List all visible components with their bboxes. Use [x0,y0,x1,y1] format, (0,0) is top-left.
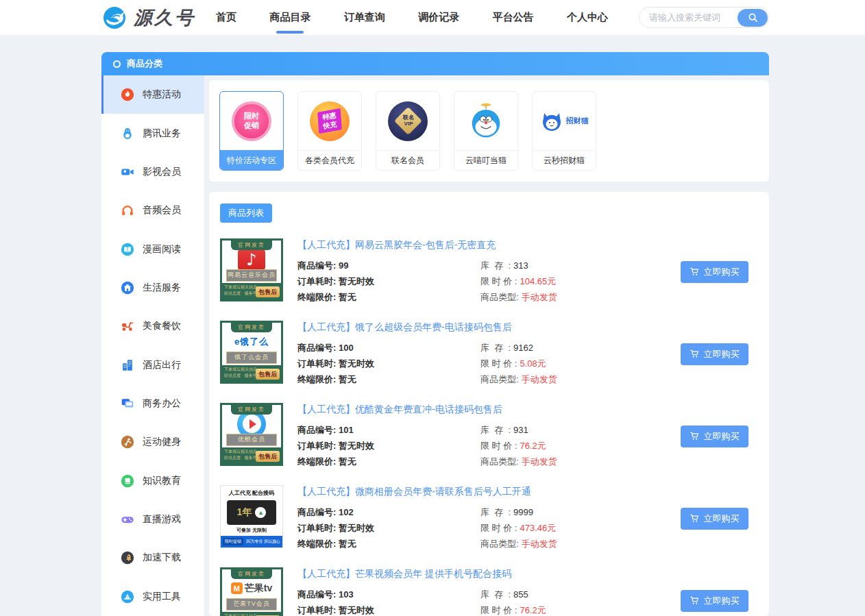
product-image[interactable]: 官网发卖e饿了么饿了么会员下单填写相关信息职业态度 · 服务平台包售后 [220,321,283,384]
buy-now-button[interactable]: 立即购买 [681,343,748,365]
sidebar-item[interactable]: 知识教育 [101,462,204,500]
sidebar-item[interactable]: 商务办公 [101,384,204,423]
nav-item-label: 平台公告 [493,11,534,23]
field-label: 订单耗时: [297,275,336,288]
sidebar-item-label: 酒店出行 [143,359,181,371]
cart-icon [690,267,700,277]
sidebar-item[interactable]: 运动健身 [101,423,204,461]
sidebar-item[interactable]: 美食餐饮 [101,307,204,345]
vip-diamond-icon: 联名VIP [388,101,428,141]
product-stock: 9999 [513,507,533,517]
product-code: 101 [339,425,354,435]
sidebar-item[interactable]: 生活服务 [101,269,204,307]
field-label: 商品类型: [480,291,519,304]
field-label: 终端限价: [297,291,336,304]
product-row: 官网发卖♪网易云音乐会员下单填写相关信息职业态度 · 服务平台包售后 【人工代充… [220,238,758,305]
product-art-frame: 官网发卖优酷会员下单填写相关信息职业态度 · 服务平台包售后 [220,403,283,466]
product-title-link[interactable]: 【人工代充】芒果视频会员年 提供手机号配合接码 [297,568,670,580]
nav-item[interactable]: 平台公告 [490,5,537,29]
monitor-icon [120,396,135,411]
sidebar-item[interactable]: 腾讯业务 [101,114,204,152]
nav-item[interactable]: 订单查询 [341,5,388,29]
product-art-frame: 官网发卖M芒果tv芒果TV会员下单填写相关信息职业态度 · 服务平台包售后 [220,567,283,616]
sidebar-item[interactable]: 直播游戏 [101,500,204,539]
sidebar-item-label: 漫画阅读 [143,243,181,256]
category-card[interactable]: 限时促销 特价活动专区 [219,91,284,171]
product-row: 官网发卖e饿了么饿了么会员下单填写相关信息职业态度 · 服务平台包售后 【人工代… [220,321,758,387]
category-card[interactable]: 云喵叮当猫 [454,91,518,171]
category-card[interactable]: 联名VIP 联名会员 [376,91,440,171]
sidebar: 特惠活动 腾讯业务 影视会员 音频会员 漫画阅读 生活服务 美食餐饮 酒店出行 … [101,75,204,616]
nav-item-label: 个人中心 [567,11,608,23]
product-stock: 9162 [513,343,533,353]
book-icon [120,473,135,489]
brand-logo[interactable]: 源久号 [101,4,195,32]
product-title-link[interactable]: 【人工代充】微商相册会员年费-请联系售后号人工开通 [297,486,670,498]
nav-item-label: 首页 [216,11,236,23]
product-fields-left: 商品编号: 103 订单耗时: 暂无时效 终端限价: 暂无 [297,587,480,616]
product-stock: 931 [513,425,528,435]
product-fields-right: 库 存 :855 限 时 价 :76.2元 商品类型:手动发货 [480,587,557,616]
cart-icon [690,431,700,441]
product-image[interactable]: 官网发卖优酷会员下单填写相关信息职业态度 · 服务平台包售后 [220,403,283,466]
sidebar-item[interactable]: 音频会员 [101,191,204,230]
field-label: 订单耗时: [297,604,336,616]
search-icon [748,12,758,23]
product-art-name: 网易云音乐会员 [226,269,277,282]
field-label: 商品类型: [480,538,519,550]
category-card[interactable]: 特惠快充 各类会员代充 [297,91,362,171]
buy-now-button[interactable]: 立即购买 [681,426,748,447]
product-price: 473.46元 [520,522,556,534]
product-limit: 暂无 [339,538,356,550]
field-label: 库 存 : [480,589,511,601]
product-art-note: 可叠加 无限制 [236,527,267,534]
sidebar-item[interactable]: 影视会员 [101,153,204,191]
buy-now-button[interactable]: 立即购买 [681,261,748,283]
product-title-link[interactable]: 【人工代充】饿了么超级会员年费-电话接码包售后 [297,321,670,334]
sidebar-item[interactable]: 漫画阅读 [101,230,204,268]
buy-now-label: 立即购买 [704,513,740,525]
product-image[interactable]: 人工代充 配合接码1年▲可叠加 无限制限时促销因为专业 所以放心 [220,485,283,548]
field-label: 商品类型: [480,373,519,386]
product-art-frame: 官网发卖♪网易云音乐会员下单填写相关信息职业态度 · 服务平台包售后 [220,238,283,301]
nav-item[interactable]: 个人中心 [564,5,611,29]
product-image[interactable]: 官网发卖♪网易云音乐会员下单填写相关信息职业态度 · 服务平台包售后 [220,238,283,301]
nav-item[interactable]: 调价记录 [415,5,462,29]
after-sale-badge: 包售后 [256,369,280,380]
product-title-link[interactable]: 【人工代充】优酷黄金年费直冲-电话接码包售后 [297,404,670,416]
product-art-name: 优酷会员 [226,434,277,446]
product-body: 【人工代充】优酷黄金年费直冲-电话接码包售后 商品编号: 101 订单耗时: 暂… [297,403,670,469]
runner-icon [120,434,135,449]
buy-now-button[interactable]: 立即购买 [681,590,748,612]
product-image[interactable]: 官网发卖M芒果tv芒果TV会员下单填写相关信息职业态度 · 服务平台包售后 [220,567,283,616]
product-art-footer: 下单填写相关信息职业态度 · 服务平台包售后 [222,365,281,382]
category-art: 联名VIP [376,92,439,150]
category-card[interactable]: 招财猫 云秒招财猫 [532,91,596,171]
product-art-name: 芒果TV会员 [226,598,277,611]
openbook-icon [120,242,135,257]
search-button[interactable] [738,9,768,27]
content: 特惠活动 腾讯业务 影视会员 音频会员 漫画阅读 生活服务 美食餐饮 酒店出行 … [101,75,769,616]
sidebar-item[interactable]: 加速下载 [101,539,204,577]
rocket-icon [120,550,135,565]
field-label: 限 时 价 : [480,275,517,288]
sidebar-item-label: 腾讯业务 [143,127,181,140]
doraemon-cat-icon [465,100,507,143]
field-label: 限 时 价 : [480,358,517,370]
buy-area: 立即购买 [670,508,758,530]
official-ribbon: 官网发卖 [231,241,272,250]
product-title-link[interactable]: 【人工代充】网易云黑胶年会-包售后-无密直充 [297,239,670,251]
field-label: 订单耗时: [297,440,336,452]
sidebar-item[interactable]: 酒店出行 [101,346,204,384]
sidebar-item[interactable]: 实用工具 [101,578,204,616]
headphones-icon [120,203,135,218]
buy-now-button[interactable]: 立即购买 [681,508,748,530]
product-body: 【人工代充】饿了么超级会员年费-电话接码包售后 商品编号: 100 订单耗时: … [297,321,670,387]
buy-now-label: 立即购买 [704,348,740,360]
main-panel: 限时促销 特价活动专区 特惠快充 各类会员代充 联名VIP 联名会员 云喵叮当猫… [209,80,769,616]
sidebar-item[interactable]: 特惠活动 [101,75,204,114]
nav-item-active[interactable]: 商品目录 [267,5,313,29]
field-label: 终端限价: [297,538,336,550]
nav-item[interactable]: 首页 [213,5,239,29]
product-stock: 313 [513,260,528,271]
